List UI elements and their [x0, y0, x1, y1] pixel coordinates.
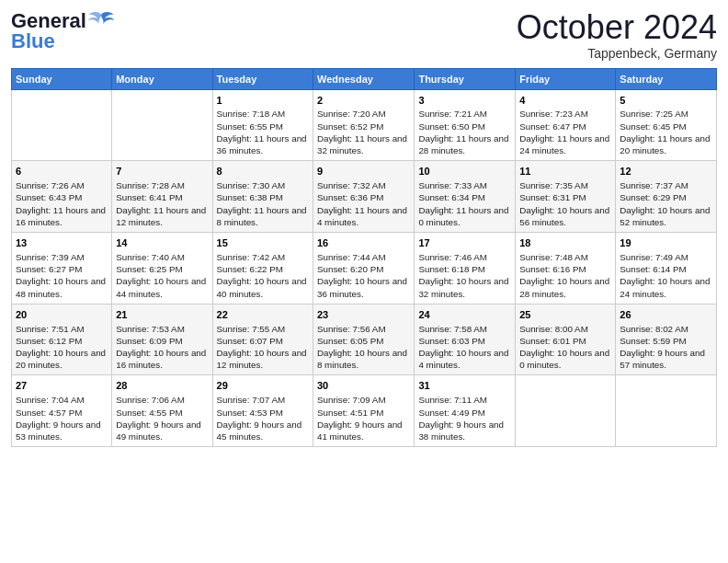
daylight-text: Daylight: 9 hours and 41 minutes. — [317, 419, 403, 442]
sunrise-text: Sunrise: 7:48 AM — [519, 252, 588, 262]
daylight-text: Daylight: 10 hours and 44 minutes. — [116, 276, 206, 298]
day-number: 27 — [16, 379, 108, 393]
daylight-text: Daylight: 9 hours and 38 minutes. — [418, 419, 504, 442]
daylight-text: Daylight: 9 hours and 45 minutes. — [217, 419, 302, 442]
day-info: Sunrise: 7:39 AMSunset: 6:27 PMDaylight:… — [16, 251, 108, 300]
calendar-cell: 15Sunrise: 7:42 AMSunset: 6:22 PMDayligh… — [212, 233, 313, 304]
calendar-cell: 20Sunrise: 7:51 AMSunset: 6:12 PMDayligh… — [12, 304, 112, 375]
sunrise-text: Sunrise: 7:35 AM — [519, 180, 588, 190]
calendar-cell: 13Sunrise: 7:39 AMSunset: 6:27 PMDayligh… — [12, 233, 112, 304]
day-info: Sunrise: 7:06 AMSunset: 4:55 PMDaylight:… — [116, 394, 208, 442]
calendar-cell: 26Sunrise: 8:02 AMSunset: 5:59 PMDayligh… — [616, 304, 717, 375]
daylight-text: Daylight: 10 hours and 36 minutes. — [317, 276, 407, 298]
day-info: Sunrise: 7:53 AMSunset: 6:09 PMDaylight:… — [116, 323, 208, 372]
sunset-text: Sunset: 6:09 PM — [116, 336, 182, 346]
sunset-text: Sunset: 6:25 PM — [116, 264, 182, 274]
sunrise-text: Sunrise: 7:09 AM — [317, 395, 386, 405]
sunset-text: Sunset: 6:14 PM — [620, 264, 686, 274]
sunset-text: Sunset: 6:07 PM — [217, 336, 283, 346]
sunrise-text: Sunrise: 7:11 AM — [418, 395, 487, 405]
daylight-text: Daylight: 9 hours and 53 minutes. — [16, 419, 101, 442]
sunrise-text: Sunrise: 7:46 AM — [418, 252, 487, 262]
sunrise-text: Sunrise: 7:39 AM — [16, 252, 85, 262]
calendar-week-1: 1Sunrise: 7:18 AMSunset: 6:55 PMDaylight… — [12, 89, 717, 161]
sunset-text: Sunset: 6:43 PM — [16, 192, 82, 202]
sunrise-text: Sunrise: 7:20 AM — [317, 109, 386, 119]
sunrise-text: Sunrise: 7:25 AM — [620, 109, 688, 119]
col-monday: Monday — [112, 68, 212, 89]
day-number: 13 — [16, 236, 108, 250]
sunset-text: Sunset: 6:36 PM — [317, 192, 383, 202]
daylight-text: Daylight: 10 hours and 4 minutes. — [418, 348, 508, 370]
day-info: Sunrise: 7:07 AMSunset: 4:53 PMDaylight:… — [217, 394, 309, 442]
day-number: 1 — [217, 94, 309, 108]
day-info: Sunrise: 7:51 AMSunset: 6:12 PMDaylight:… — [16, 323, 108, 372]
calendar-cell: 2Sunrise: 7:20 AMSunset: 6:52 PMDaylight… — [313, 89, 414, 161]
day-number: 24 — [418, 308, 511, 322]
daylight-text: Daylight: 9 hours and 57 minutes. — [620, 348, 705, 370]
calendar-week-2: 6Sunrise: 7:26 AMSunset: 6:43 PMDaylight… — [12, 161, 717, 233]
sunset-text: Sunset: 4:57 PM — [16, 408, 82, 418]
logo: General Blue — [11, 9, 114, 53]
sunrise-text: Sunrise: 7:55 AM — [217, 324, 286, 334]
day-info: Sunrise: 7:33 AMSunset: 6:34 PMDaylight:… — [418, 179, 511, 228]
sunset-text: Sunset: 6:16 PM — [519, 264, 586, 274]
col-saturday: Saturday — [616, 68, 717, 89]
calendar-cell — [616, 375, 717, 447]
sunset-text: Sunset: 4:49 PM — [418, 408, 484, 418]
calendar-cell — [112, 89, 212, 161]
day-number: 26 — [620, 308, 712, 322]
day-info: Sunrise: 7:44 AMSunset: 6:20 PMDaylight:… — [317, 251, 410, 300]
day-number: 19 — [620, 236, 712, 250]
calendar-week-5: 27Sunrise: 7:04 AMSunset: 4:57 PMDayligh… — [12, 375, 717, 447]
col-thursday: Thursday — [415, 68, 516, 89]
calendar-cell: 9Sunrise: 7:32 AMSunset: 6:36 PMDaylight… — [313, 161, 414, 233]
calendar-cell: 29Sunrise: 7:07 AMSunset: 4:53 PMDayligh… — [212, 375, 313, 447]
col-sunday: Sunday — [12, 68, 112, 89]
day-info: Sunrise: 7:20 AMSunset: 6:52 PMDaylight:… — [317, 108, 410, 156]
calendar-cell: 7Sunrise: 7:28 AMSunset: 6:41 PMDaylight… — [112, 161, 212, 233]
day-number: 25 — [519, 308, 611, 322]
day-number: 10 — [418, 165, 511, 178]
day-info: Sunrise: 7:37 AMSunset: 6:29 PMDaylight:… — [620, 179, 712, 228]
day-number: 21 — [116, 308, 208, 322]
header-row: Sunday Monday Tuesday Wednesday Thursday… — [12, 68, 717, 89]
daylight-text: Daylight: 11 hours and 16 minutes. — [16, 205, 106, 227]
calendar-cell: 14Sunrise: 7:40 AMSunset: 6:25 PMDayligh… — [112, 233, 212, 304]
daylight-text: Daylight: 11 hours and 28 minutes. — [418, 133, 508, 155]
daylight-text: Daylight: 10 hours and 52 minutes. — [620, 205, 710, 227]
day-number: 15 — [217, 236, 309, 250]
daylight-text: Daylight: 10 hours and 16 minutes. — [116, 348, 206, 370]
calendar-cell: 5Sunrise: 7:25 AMSunset: 6:45 PMDaylight… — [616, 89, 717, 161]
day-info: Sunrise: 7:40 AMSunset: 6:25 PMDaylight:… — [116, 251, 208, 300]
month-title: October 2024 — [517, 9, 717, 46]
calendar-cell: 24Sunrise: 7:58 AMSunset: 6:03 PMDayligh… — [415, 304, 516, 375]
sunrise-text: Sunrise: 7:04 AM — [16, 395, 85, 405]
title-section: October 2024 Tappenbeck, Germany — [517, 9, 717, 61]
location: Tappenbeck, Germany — [517, 46, 717, 61]
sunset-text: Sunset: 6:45 PM — [620, 121, 686, 132]
daylight-text: Daylight: 10 hours and 24 minutes. — [620, 276, 710, 298]
sunset-text: Sunset: 6:52 PM — [317, 121, 383, 132]
daylight-text: Daylight: 10 hours and 12 minutes. — [217, 348, 307, 370]
calendar-cell: 3Sunrise: 7:21 AMSunset: 6:50 PMDaylight… — [415, 89, 516, 161]
sunrise-text: Sunrise: 7:32 AM — [317, 180, 386, 190]
calendar-cell: 4Sunrise: 7:23 AMSunset: 6:47 PMDaylight… — [516, 89, 616, 161]
day-info: Sunrise: 7:25 AMSunset: 6:45 PMDaylight:… — [620, 108, 712, 156]
daylight-text: Daylight: 10 hours and 32 minutes. — [418, 276, 508, 298]
day-number: 2 — [317, 94, 410, 108]
calendar-cell: 25Sunrise: 8:00 AMSunset: 6:01 PMDayligh… — [516, 304, 616, 375]
col-tuesday: Tuesday — [212, 68, 313, 89]
daylight-text: Daylight: 10 hours and 28 minutes. — [519, 276, 609, 298]
col-wednesday: Wednesday — [313, 68, 414, 89]
sunset-text: Sunset: 6:41 PM — [116, 192, 182, 202]
daylight-text: Daylight: 11 hours and 36 minutes. — [217, 133, 307, 155]
day-number: 23 — [317, 308, 410, 322]
day-info: Sunrise: 7:30 AMSunset: 6:38 PMDaylight:… — [217, 179, 309, 228]
calendar-cell: 6Sunrise: 7:26 AMSunset: 6:43 PMDaylight… — [12, 161, 112, 233]
calendar-cell: 28Sunrise: 7:06 AMSunset: 4:55 PMDayligh… — [112, 375, 212, 447]
day-number: 4 — [519, 94, 611, 108]
sunset-text: Sunset: 4:55 PM — [116, 408, 182, 418]
sunset-text: Sunset: 6:12 PM — [16, 336, 82, 346]
day-info: Sunrise: 7:18 AMSunset: 6:55 PMDaylight:… — [217, 108, 309, 156]
